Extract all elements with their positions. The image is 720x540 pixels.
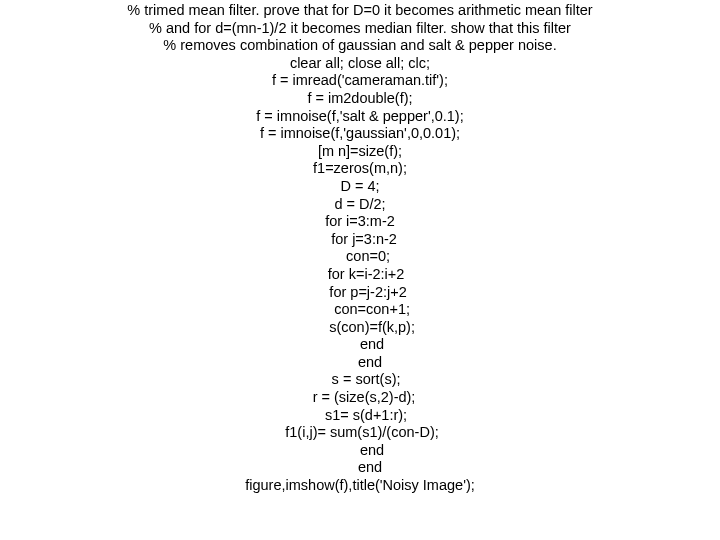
code-line: s1= s(d+1:r); xyxy=(313,407,407,425)
code-line: for p=j-2:j+2 xyxy=(313,284,407,302)
code-listing: % trimed mean filter. prove that for D=0… xyxy=(0,0,720,540)
code-line: for j=3:n-2 xyxy=(323,231,397,249)
code-line: con=con+1; xyxy=(310,301,410,319)
code-line: D = 4; xyxy=(340,178,379,196)
code-line: con=0; xyxy=(330,248,390,266)
code-line: d = D/2; xyxy=(334,196,385,214)
code-line: % trimed mean filter. prove that for D=0… xyxy=(127,2,592,20)
code-line: for k=i-2:i+2 xyxy=(316,266,405,284)
code-line: clear all; close all; clc; xyxy=(290,55,430,73)
code-line: f = imnoise(f,'salt & pepper',0.1); xyxy=(256,108,463,126)
code-line: [m n]=size(f); xyxy=(318,143,402,161)
code-line: end xyxy=(338,354,382,372)
code-line: s(con)=f(k,p); xyxy=(305,319,415,337)
code-line: f1(i,j)= sum(s1)/(con-D); xyxy=(281,424,439,442)
code-line: f1=zeros(m,n); xyxy=(313,160,407,178)
code-line: end xyxy=(336,336,384,354)
code-line: f = imread('cameraman.tif'); xyxy=(272,72,448,90)
code-line: figure,imshow(f),title('Noisy Image'); xyxy=(245,477,475,495)
code-line: for i=3:m-2 xyxy=(325,213,395,231)
code-line: f = im2double(f); xyxy=(307,90,412,108)
code-line: f = imnoise(f,'gaussian',0,0.01); xyxy=(260,125,460,143)
code-line: s = sort(s); xyxy=(320,371,401,389)
code-line: end xyxy=(336,442,384,460)
code-line: % removes combination of gaussian and sa… xyxy=(163,37,556,55)
code-line: % and for d=(mn-1)/2 it becomes median f… xyxy=(149,20,571,38)
code-line: end xyxy=(338,459,382,477)
code-line: r = (size(s,2)-d); xyxy=(305,389,416,407)
